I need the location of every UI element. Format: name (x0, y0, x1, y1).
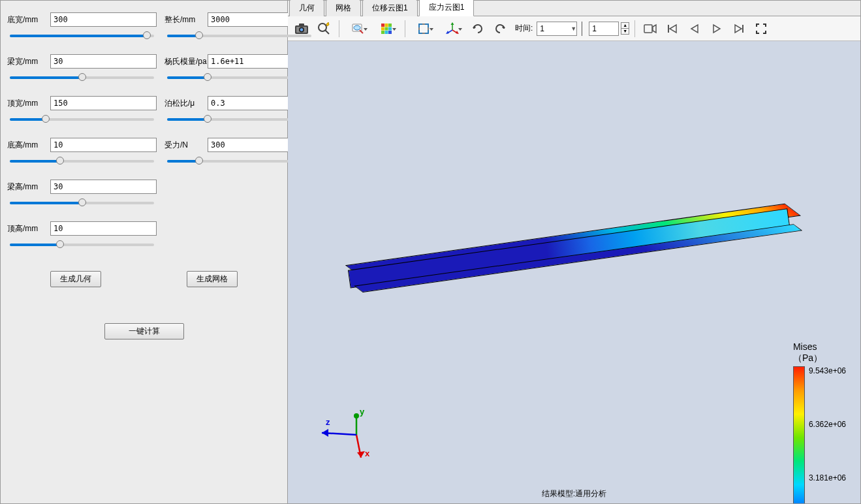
step-down-icon[interactable]: ▼ (621, 29, 629, 35)
svg-marker-24 (456, 31, 459, 34)
svg-rect-15 (381, 31, 384, 34)
svg-marker-33 (735, 25, 742, 33)
param-input[interactable] (50, 180, 157, 194)
svg-text:z: z (326, 417, 330, 427)
param-left-4: 梁高/mm (7, 180, 157, 210)
svg-rect-16 (385, 31, 388, 34)
param-label: 整长/mm (164, 14, 204, 25)
generate-mesh-button[interactable]: 生成网格 (187, 271, 238, 287)
param-label: 杨氏模量/pa (164, 56, 204, 67)
param-input[interactable] (50, 96, 157, 110)
time-label: 时间: (515, 23, 533, 34)
param-slider[interactable] (10, 113, 154, 126)
svg-line-6 (326, 30, 330, 34)
viewport-toolbar: 时间: ▼ ▲ ▼ (288, 16, 860, 41)
parameter-panel: 底宽/mm整长/mm梁宽/mm杨氏模量/pa顶宽/mm泊松比/μ底高/mm受力/… (1, 1, 288, 503)
compute-button[interactable]: 一键计算 (104, 323, 184, 339)
step-input[interactable] (589, 22, 619, 36)
fit-view-dropdown[interactable] (411, 19, 437, 39)
play-icon[interactable] (707, 19, 727, 39)
svg-text:y: y (360, 407, 365, 417)
param-left-3: 底高/mm (7, 138, 157, 168)
beam-model (351, 208, 796, 309)
svg-marker-20 (451, 22, 454, 25)
svg-rect-11 (388, 24, 392, 27)
param-label: 顶高/mm (7, 223, 46, 234)
svg-rect-34 (742, 25, 744, 33)
param-left-1: 梁宽/mm (7, 54, 157, 84)
tab-1[interactable]: 网格 (326, 0, 361, 16)
coordinate-axes-icon: x y z (314, 405, 386, 477)
legend-title-line1: Mises (793, 341, 817, 352)
param-label: 泊松比/μ (164, 98, 204, 109)
svg-text:x: x (365, 449, 370, 458)
param-input[interactable] (50, 12, 157, 27)
svg-marker-31 (691, 25, 698, 33)
param-left-0: 底宽/mm (7, 12, 157, 42)
param-label: 顶宽/mm (7, 98, 46, 109)
tab-0[interactable]: 几何 (289, 0, 324, 16)
svg-point-5 (319, 24, 326, 31)
svg-rect-13 (385, 27, 388, 30)
select-mode-dropdown[interactable] (345, 19, 371, 39)
param-label: 底高/mm (7, 140, 46, 151)
fullscreen-icon[interactable] (751, 19, 771, 39)
color-legend: Mises （Pa） 9.543e+066.362e+063.181e+062.… (793, 341, 846, 503)
param-input[interactable] (50, 138, 157, 152)
svg-marker-32 (713, 25, 720, 33)
param-label: 梁宽/mm (7, 56, 46, 67)
app-window: 底宽/mm整长/mm梁宽/mm杨氏模量/pa顶宽/mm泊松比/μ底高/mm受力/… (0, 0, 861, 504)
svg-point-8 (354, 25, 360, 30)
svg-rect-27 (644, 25, 652, 33)
legend-tick: 9.543e+06 (809, 366, 846, 375)
svg-marker-36 (357, 451, 365, 458)
svg-rect-18 (419, 24, 428, 33)
divider (582, 22, 582, 36)
result-panel: 几何网格位移云图1应力云图1 (288, 1, 860, 503)
axis-orientation-dropdown[interactable] (439, 19, 465, 39)
legend-colorbar (793, 366, 805, 503)
svg-rect-4 (299, 24, 304, 26)
svg-rect-14 (388, 27, 392, 30)
svg-rect-17 (388, 31, 392, 34)
prev-frame-icon[interactable] (685, 19, 704, 39)
param-label: 梁高/mm (7, 181, 46, 193)
svg-marker-30 (670, 25, 676, 33)
param-input[interactable] (50, 221, 157, 236)
legend-tick: 3.181e+06 (809, 473, 846, 482)
time-select[interactable] (537, 22, 577, 36)
param-slider[interactable] (10, 197, 154, 210)
svg-marker-22 (446, 31, 449, 34)
generate-geometry-button[interactable]: 生成几何 (50, 271, 101, 287)
svg-marker-42 (322, 429, 328, 437)
param-slider[interactable] (167, 29, 311, 42)
param-left-5: 顶高/mm (7, 221, 157, 251)
svg-rect-9 (381, 24, 384, 27)
view-tabs: 几何网格位移云图1应力云图1 (288, 1, 860, 16)
rotate-ccw-icon[interactable] (490, 19, 510, 39)
tab-2[interactable]: 位移云图1 (362, 0, 418, 16)
param-left-2: 顶宽/mm (7, 96, 157, 126)
result-model-label: 结果模型:通用分析 (288, 488, 860, 499)
record-icon[interactable] (640, 19, 660, 39)
param-slider[interactable] (10, 238, 154, 251)
param-label: 受力/N (164, 140, 204, 151)
step-up-icon[interactable]: ▲ (621, 22, 629, 29)
viewport-3d[interactable]: x y z Mises （Pa） 9.543e+066.362e+063.181… (288, 41, 860, 503)
svg-point-39 (354, 413, 359, 418)
param-slider[interactable] (10, 71, 154, 84)
legend-title-line2: （Pa） (793, 353, 822, 363)
last-frame-icon[interactable] (729, 19, 749, 39)
tab-3[interactable]: 应力云图1 (419, 0, 475, 16)
legend-tick: 6.362e+06 (809, 420, 846, 429)
search-zoom-icon[interactable] (314, 19, 334, 39)
param-slider[interactable] (10, 155, 154, 168)
svg-marker-28 (653, 25, 656, 33)
svg-rect-12 (381, 27, 384, 30)
param-label: 底宽/mm (7, 14, 46, 25)
rotate-cw-icon[interactable] (468, 19, 488, 39)
param-input[interactable] (50, 54, 157, 69)
param-slider[interactable] (10, 29, 154, 42)
first-frame-icon[interactable] (663, 19, 682, 39)
colormap-dropdown[interactable] (373, 19, 399, 39)
